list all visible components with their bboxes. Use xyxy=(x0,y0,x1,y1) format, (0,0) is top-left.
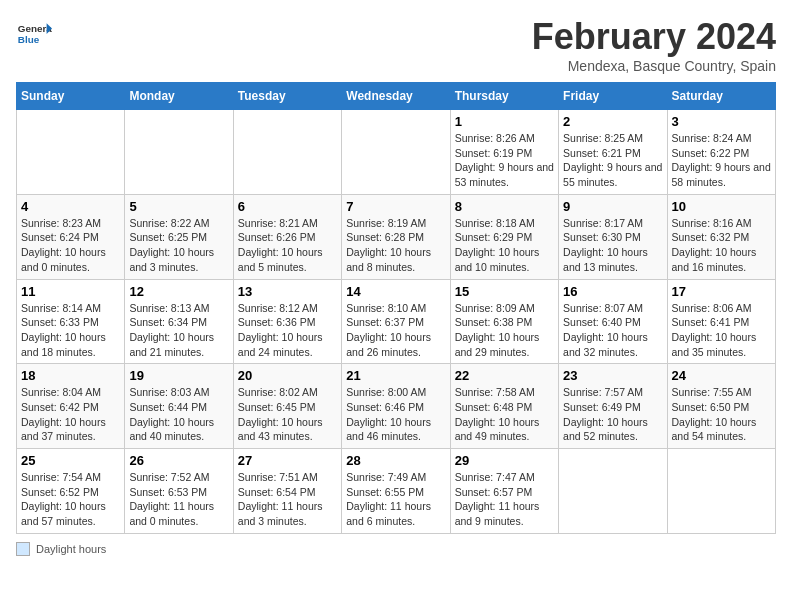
header-row: SundayMondayTuesdayWednesdayThursdayFrid… xyxy=(17,83,776,110)
day-header-monday: Monday xyxy=(125,83,233,110)
day-number: 19 xyxy=(129,368,228,383)
day-cell: 19Sunrise: 8:03 AMSunset: 6:44 PMDayligh… xyxy=(125,364,233,449)
logo-icon: General Blue xyxy=(16,16,52,52)
day-number: 13 xyxy=(238,284,337,299)
day-cell: 15Sunrise: 8:09 AMSunset: 6:38 PMDayligh… xyxy=(450,279,558,364)
day-cell: 18Sunrise: 8:04 AMSunset: 6:42 PMDayligh… xyxy=(17,364,125,449)
day-info: Sunrise: 8:17 AMSunset: 6:30 PMDaylight:… xyxy=(563,216,662,275)
day-number: 18 xyxy=(21,368,120,383)
day-number: 4 xyxy=(21,199,120,214)
day-cell: 28Sunrise: 7:49 AMSunset: 6:55 PMDayligh… xyxy=(342,449,450,534)
day-number: 10 xyxy=(672,199,771,214)
day-number: 12 xyxy=(129,284,228,299)
day-cell: 14Sunrise: 8:10 AMSunset: 6:37 PMDayligh… xyxy=(342,279,450,364)
week-row-5: 25Sunrise: 7:54 AMSunset: 6:52 PMDayligh… xyxy=(17,449,776,534)
day-number: 15 xyxy=(455,284,554,299)
day-info: Sunrise: 7:57 AMSunset: 6:49 PMDaylight:… xyxy=(563,385,662,444)
calendar-subtitle: Mendexa, Basque Country, Spain xyxy=(532,58,776,74)
day-cell: 16Sunrise: 8:07 AMSunset: 6:40 PMDayligh… xyxy=(559,279,667,364)
day-cell: 11Sunrise: 8:14 AMSunset: 6:33 PMDayligh… xyxy=(17,279,125,364)
day-number: 20 xyxy=(238,368,337,383)
day-number: 22 xyxy=(455,368,554,383)
day-info: Sunrise: 8:26 AMSunset: 6:19 PMDaylight:… xyxy=(455,131,554,190)
day-cell: 5Sunrise: 8:22 AMSunset: 6:25 PMDaylight… xyxy=(125,194,233,279)
day-cell: 1Sunrise: 8:26 AMSunset: 6:19 PMDaylight… xyxy=(450,110,558,195)
day-info: Sunrise: 8:24 AMSunset: 6:22 PMDaylight:… xyxy=(672,131,771,190)
day-number: 2 xyxy=(563,114,662,129)
day-cell: 24Sunrise: 7:55 AMSunset: 6:50 PMDayligh… xyxy=(667,364,775,449)
logo: General Blue xyxy=(16,16,52,52)
day-cell xyxy=(125,110,233,195)
day-cell: 4Sunrise: 8:23 AMSunset: 6:24 PMDaylight… xyxy=(17,194,125,279)
day-number: 8 xyxy=(455,199,554,214)
calendar-title: February 2024 xyxy=(532,16,776,58)
day-cell xyxy=(233,110,341,195)
day-info: Sunrise: 8:21 AMSunset: 6:26 PMDaylight:… xyxy=(238,216,337,275)
day-info: Sunrise: 8:16 AMSunset: 6:32 PMDaylight:… xyxy=(672,216,771,275)
day-info: Sunrise: 8:00 AMSunset: 6:46 PMDaylight:… xyxy=(346,385,445,444)
day-number: 16 xyxy=(563,284,662,299)
day-cell: 23Sunrise: 7:57 AMSunset: 6:49 PMDayligh… xyxy=(559,364,667,449)
day-cell: 27Sunrise: 7:51 AMSunset: 6:54 PMDayligh… xyxy=(233,449,341,534)
day-info: Sunrise: 8:04 AMSunset: 6:42 PMDaylight:… xyxy=(21,385,120,444)
day-info: Sunrise: 8:14 AMSunset: 6:33 PMDaylight:… xyxy=(21,301,120,360)
day-header-sunday: Sunday xyxy=(17,83,125,110)
header: General Blue February 2024 Mendexa, Basq… xyxy=(16,16,776,74)
day-info: Sunrise: 8:23 AMSunset: 6:24 PMDaylight:… xyxy=(21,216,120,275)
day-info: Sunrise: 7:49 AMSunset: 6:55 PMDaylight:… xyxy=(346,470,445,529)
day-header-wednesday: Wednesday xyxy=(342,83,450,110)
day-cell: 2Sunrise: 8:25 AMSunset: 6:21 PMDaylight… xyxy=(559,110,667,195)
day-info: Sunrise: 8:25 AMSunset: 6:21 PMDaylight:… xyxy=(563,131,662,190)
day-number: 1 xyxy=(455,114,554,129)
day-info: Sunrise: 8:13 AMSunset: 6:34 PMDaylight:… xyxy=(129,301,228,360)
day-cell: 26Sunrise: 7:52 AMSunset: 6:53 PMDayligh… xyxy=(125,449,233,534)
day-info: Sunrise: 8:07 AMSunset: 6:40 PMDaylight:… xyxy=(563,301,662,360)
day-number: 5 xyxy=(129,199,228,214)
day-number: 17 xyxy=(672,284,771,299)
footer-label: Daylight hours xyxy=(36,543,106,555)
day-cell: 17Sunrise: 8:06 AMSunset: 6:41 PMDayligh… xyxy=(667,279,775,364)
day-cell: 13Sunrise: 8:12 AMSunset: 6:36 PMDayligh… xyxy=(233,279,341,364)
day-cell: 21Sunrise: 8:00 AMSunset: 6:46 PMDayligh… xyxy=(342,364,450,449)
day-number: 24 xyxy=(672,368,771,383)
day-cell: 3Sunrise: 8:24 AMSunset: 6:22 PMDaylight… xyxy=(667,110,775,195)
week-row-3: 11Sunrise: 8:14 AMSunset: 6:33 PMDayligh… xyxy=(17,279,776,364)
footer-box xyxy=(16,542,30,556)
day-header-saturday: Saturday xyxy=(667,83,775,110)
day-info: Sunrise: 8:09 AMSunset: 6:38 PMDaylight:… xyxy=(455,301,554,360)
day-number: 29 xyxy=(455,453,554,468)
day-cell: 7Sunrise: 8:19 AMSunset: 6:28 PMDaylight… xyxy=(342,194,450,279)
day-cell xyxy=(342,110,450,195)
day-header-thursday: Thursday xyxy=(450,83,558,110)
day-info: Sunrise: 7:55 AMSunset: 6:50 PMDaylight:… xyxy=(672,385,771,444)
day-info: Sunrise: 8:02 AMSunset: 6:45 PMDaylight:… xyxy=(238,385,337,444)
day-cell: 12Sunrise: 8:13 AMSunset: 6:34 PMDayligh… xyxy=(125,279,233,364)
week-row-2: 4Sunrise: 8:23 AMSunset: 6:24 PMDaylight… xyxy=(17,194,776,279)
week-row-1: 1Sunrise: 8:26 AMSunset: 6:19 PMDaylight… xyxy=(17,110,776,195)
day-cell: 25Sunrise: 7:54 AMSunset: 6:52 PMDayligh… xyxy=(17,449,125,534)
week-row-4: 18Sunrise: 8:04 AMSunset: 6:42 PMDayligh… xyxy=(17,364,776,449)
day-number: 3 xyxy=(672,114,771,129)
day-info: Sunrise: 7:54 AMSunset: 6:52 PMDaylight:… xyxy=(21,470,120,529)
day-cell: 29Sunrise: 7:47 AMSunset: 6:57 PMDayligh… xyxy=(450,449,558,534)
day-cell: 8Sunrise: 8:18 AMSunset: 6:29 PMDaylight… xyxy=(450,194,558,279)
day-number: 25 xyxy=(21,453,120,468)
day-number: 23 xyxy=(563,368,662,383)
calendar-table: SundayMondayTuesdayWednesdayThursdayFrid… xyxy=(16,82,776,534)
day-number: 26 xyxy=(129,453,228,468)
day-number: 28 xyxy=(346,453,445,468)
day-cell xyxy=(559,449,667,534)
day-number: 11 xyxy=(21,284,120,299)
day-cell: 20Sunrise: 8:02 AMSunset: 6:45 PMDayligh… xyxy=(233,364,341,449)
day-info: Sunrise: 8:10 AMSunset: 6:37 PMDaylight:… xyxy=(346,301,445,360)
day-info: Sunrise: 8:18 AMSunset: 6:29 PMDaylight:… xyxy=(455,216,554,275)
day-number: 6 xyxy=(238,199,337,214)
day-info: Sunrise: 7:47 AMSunset: 6:57 PMDaylight:… xyxy=(455,470,554,529)
day-cell xyxy=(17,110,125,195)
footer: Daylight hours xyxy=(16,542,776,556)
day-info: Sunrise: 7:58 AMSunset: 6:48 PMDaylight:… xyxy=(455,385,554,444)
day-cell: 10Sunrise: 8:16 AMSunset: 6:32 PMDayligh… xyxy=(667,194,775,279)
day-info: Sunrise: 8:19 AMSunset: 6:28 PMDaylight:… xyxy=(346,216,445,275)
day-info: Sunrise: 8:22 AMSunset: 6:25 PMDaylight:… xyxy=(129,216,228,275)
day-cell: 6Sunrise: 8:21 AMSunset: 6:26 PMDaylight… xyxy=(233,194,341,279)
